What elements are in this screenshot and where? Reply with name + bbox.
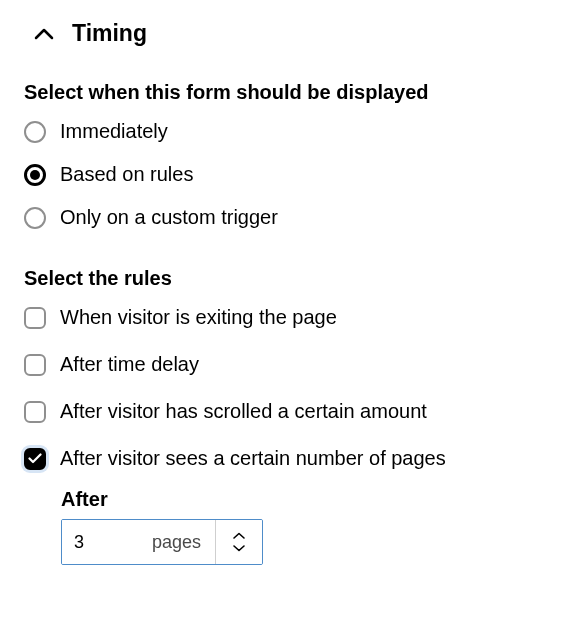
stepper-buttons[interactable] (216, 520, 262, 564)
radio-custom-trigger[interactable]: Only on a custom trigger (24, 206, 538, 229)
checkmark-icon (28, 453, 42, 464)
display-radio-group: Immediately Based on rules Only on a cus… (24, 120, 538, 229)
checkbox-scrolled[interactable]: After visitor has scrolled a certain amo… (24, 400, 538, 423)
checkbox-icon (24, 307, 46, 329)
checkbox-page-count[interactable]: After visitor sees a certain number of p… (24, 447, 538, 470)
checkbox-exiting[interactable]: When visitor is exiting the page (24, 306, 538, 329)
checkbox-label: After visitor sees a certain number of p… (60, 447, 446, 470)
checkbox-time-delay[interactable]: After time delay (24, 353, 538, 376)
page-count-field: After pages (24, 488, 538, 565)
rules-checkbox-group: When visitor is exiting the page After t… (24, 306, 538, 565)
rules-subsection-title: Select the rules (24, 267, 538, 290)
checkbox-icon (24, 448, 46, 470)
checkbox-label: After visitor has scrolled a certain amo… (60, 400, 427, 423)
chevron-down-icon (232, 544, 246, 552)
section-header[interactable]: Timing (24, 20, 538, 47)
page-count-stepper: pages (61, 519, 263, 565)
page-count-input[interactable] (62, 520, 152, 564)
radio-dot (30, 170, 40, 180)
section-title: Timing (72, 20, 147, 47)
radio-icon (24, 121, 46, 143)
checkbox-icon (24, 401, 46, 423)
radio-icon (24, 207, 46, 229)
chevron-up-icon (232, 532, 246, 540)
display-subsection-title: Select when this form should be displaye… (24, 81, 538, 104)
page-count-unit: pages (152, 520, 216, 564)
radio-icon (24, 164, 46, 186)
checkbox-icon (24, 354, 46, 376)
radio-label: Immediately (60, 120, 168, 143)
chevron-up-icon (34, 28, 54, 40)
page-count-field-label: After (61, 488, 538, 511)
radio-immediately[interactable]: Immediately (24, 120, 538, 143)
radio-label: Only on a custom trigger (60, 206, 278, 229)
checkbox-label: When visitor is exiting the page (60, 306, 337, 329)
radio-label: Based on rules (60, 163, 193, 186)
checkbox-label: After time delay (60, 353, 199, 376)
radio-based-on-rules[interactable]: Based on rules (24, 163, 538, 186)
